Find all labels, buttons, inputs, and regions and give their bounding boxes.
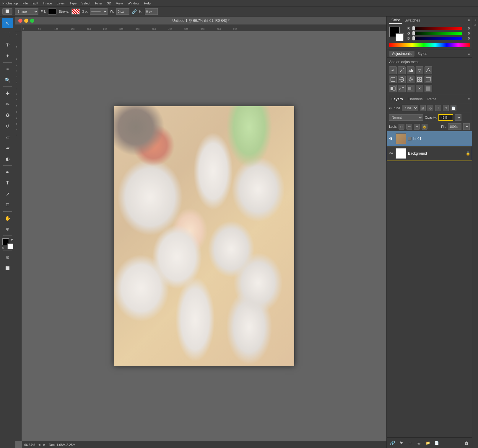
eraser-tool[interactable]: ▱: [2, 132, 13, 142]
color-tab[interactable]: Color: [389, 17, 402, 24]
app-menu-photoshop[interactable]: Photoshop: [2, 1, 18, 5]
new-layer-btn[interactable]: 📄: [433, 440, 440, 446]
brush-tool[interactable]: ✏: [2, 99, 13, 109]
layer-item-hf01[interactable]: 👁 hf-01: [387, 131, 472, 146]
height-input[interactable]: [145, 8, 158, 15]
crop-tool[interactable]: ⌗: [2, 64, 13, 74]
app-menu-view[interactable]: View: [116, 1, 123, 5]
levels-adj-icon[interactable]: [407, 66, 414, 74]
shape-tool[interactable]: □: [2, 200, 13, 210]
app-menu-layer[interactable]: Layer: [57, 1, 65, 5]
pen-tool[interactable]: ✒: [2, 167, 13, 177]
channels-tab[interactable]: Channels: [405, 96, 425, 102]
swatches-tab[interactable]: Swatches: [402, 17, 422, 23]
lock-image-icon[interactable]: ✏: [406, 124, 412, 130]
app-menu-3d[interactable]: 3D: [107, 1, 111, 5]
healing-brush-tool[interactable]: ✚: [2, 88, 13, 99]
adj-panel-menu-icon[interactable]: ≡: [468, 52, 470, 56]
lock-all-icon[interactable]: 🔒: [422, 124, 427, 130]
eyedropper-tool[interactable]: 🔍: [2, 75, 13, 85]
stroke-type-dropdown[interactable]: ────: [90, 8, 108, 15]
default-colors-icon[interactable]: ⊙: [2, 246, 4, 249]
move-tool[interactable]: ↖: [2, 18, 13, 28]
adjustment-layer-btn[interactable]: ◎: [416, 440, 422, 446]
tool-preset-picker[interactable]: ⬜: [2, 8, 12, 15]
nav-next-btn[interactable]: ▶: [43, 443, 46, 446]
photo-filter-adj-icon[interactable]: [407, 76, 414, 83]
opacity-value[interactable]: 45%: [438, 114, 453, 121]
shape-dropdown[interactable]: Shape: [15, 8, 38, 15]
app-menu-image[interactable]: Image: [43, 1, 52, 5]
lock-transparent-icon[interactable]: ⬚: [399, 124, 404, 130]
panel-toggle-2[interactable]: ⚙: [473, 23, 477, 27]
fill-dropdown-arrow[interactable]: ▼: [463, 123, 470, 130]
layer-visibility-background[interactable]: 👁: [388, 151, 394, 156]
quick-mask-tool[interactable]: ⊡: [2, 252, 13, 263]
layers-panel-menu-icon[interactable]: ≡: [468, 97, 470, 101]
layer-item-background[interactable]: 👁 Background 🔒: [387, 146, 472, 161]
color-panel-menu-icon[interactable]: ≡: [468, 18, 470, 22]
vibrance-adj-icon[interactable]: [425, 66, 432, 74]
b-slider-thumb[interactable]: [412, 36, 415, 40]
kind-dropdown[interactable]: Kind: [402, 105, 418, 111]
window-minimize-btn[interactable]: [24, 19, 28, 23]
opacity-dropdown-arrow[interactable]: ▼: [455, 114, 461, 121]
nav-prev-btn[interactable]: ◀: [38, 443, 40, 446]
marquee-tool[interactable]: ⬚: [2, 29, 13, 39]
r-slider-track[interactable]: [412, 27, 462, 30]
r-slider-thumb[interactable]: [412, 26, 415, 30]
gradient-map-adj-icon[interactable]: ✖: [416, 85, 423, 92]
history-brush-tool[interactable]: ↺: [2, 121, 13, 131]
kind-filter-shape-icon[interactable]: □: [443, 105, 449, 111]
g-slider-thumb[interactable]: [412, 31, 415, 35]
g-slider-track[interactable]: [412, 32, 462, 35]
layers-tab[interactable]: Layers: [389, 96, 405, 102]
layer-style-btn[interactable]: fx: [398, 440, 404, 446]
background-swatch[interactable]: [396, 33, 404, 41]
fill-value-input[interactable]: [448, 123, 461, 130]
dodge-tool[interactable]: ◐: [2, 153, 13, 164]
screen-mode-tool[interactable]: ⬜: [2, 263, 13, 274]
lock-position-icon[interactable]: ✛: [414, 124, 420, 130]
magic-wand-tool[interactable]: ✦: [2, 50, 13, 61]
gradient-tool[interactable]: ▰: [2, 143, 13, 153]
app-menu-file[interactable]: File: [23, 1, 28, 5]
adjustments-tab[interactable]: Adjustments: [389, 51, 414, 57]
lookup-adj-icon[interactable]: [425, 76, 432, 83]
width-input[interactable]: [116, 8, 129, 15]
panel-toggle-1[interactable]: ◁: [473, 18, 477, 22]
fill-swatch[interactable]: [48, 9, 56, 14]
window-maximize-btn[interactable]: [30, 19, 34, 23]
invert-adj-icon[interactable]: [389, 85, 397, 92]
lasso-tool[interactable]: ⓛ: [2, 40, 13, 50]
blend-mode-dropdown[interactable]: Normal: [389, 114, 423, 121]
exposure-adj-icon[interactable]: ▽: [416, 66, 423, 74]
background-color[interactable]: [7, 243, 13, 249]
link-layers-btn[interactable]: 🔗: [389, 440, 396, 446]
app-menu-type[interactable]: Type: [69, 1, 77, 5]
app-menu-edit[interactable]: Edit: [32, 1, 38, 5]
hsl-adj-icon[interactable]: [389, 76, 397, 83]
group-layers-btn[interactable]: 📁: [425, 440, 431, 446]
styles-tab[interactable]: Styles: [414, 51, 430, 57]
posterize-adj-icon[interactable]: [398, 85, 406, 92]
paths-tab[interactable]: Paths: [425, 96, 439, 102]
document-canvas[interactable]: [114, 106, 294, 366]
color-balance-adj-icon[interactable]: [398, 76, 406, 83]
text-tool[interactable]: T: [2, 178, 13, 188]
layer-mask-btn[interactable]: □: [407, 440, 413, 446]
path-selection-tool[interactable]: ↗: [2, 189, 13, 199]
hand-tool[interactable]: ✋: [2, 213, 13, 223]
app-menu-window[interactable]: Window: [128, 1, 139, 5]
kind-filter-text-icon[interactable]: T: [435, 105, 441, 111]
app-menu-select[interactable]: Select: [81, 1, 90, 5]
channel-mixer-adj-icon[interactable]: [416, 76, 423, 83]
spectrum-bar[interactable]: [389, 43, 470, 47]
kind-filter-adjust-icon[interactable]: ◎: [427, 105, 433, 111]
brightness-adj-icon[interactable]: ☀: [389, 66, 397, 74]
zoom-tool[interactable]: ⊕: [2, 224, 13, 234]
stroke-swatch[interactable]: [71, 9, 80, 14]
kind-filter-smart-icon[interactable]: 📄: [451, 105, 456, 111]
b-slider-track[interactable]: [412, 37, 462, 40]
window-close-btn[interactable]: [18, 19, 22, 23]
